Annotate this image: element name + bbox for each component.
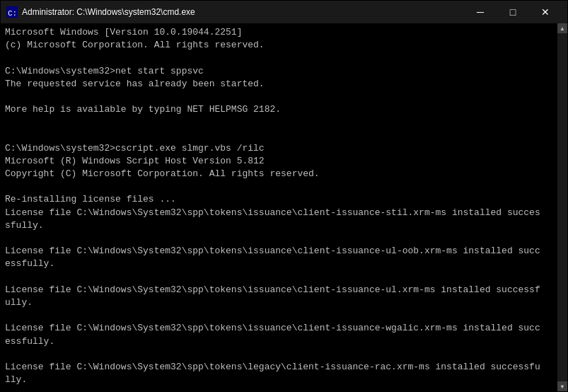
- maximize-button[interactable]: □: [497, 1, 529, 23]
- minimize-button[interactable]: ─: [464, 1, 497, 23]
- scroll-up-arrow[interactable]: ▲: [557, 23, 567, 33]
- console-scrollbar-area: Microsoft Windows [Version 10.0.19044.22…: [1, 23, 567, 391]
- window-title: Administrator: C:\Windows\system32\cmd.e…: [22, 7, 464, 17]
- cmd-icon: C:: [6, 6, 18, 18]
- svg-text:C:: C:: [8, 9, 17, 18]
- console-line: The requested service has already been s…: [5, 78, 553, 91]
- console-line: [5, 116, 553, 129]
- console-line: lly.: [5, 374, 553, 386]
- console-line: (c) Microsoft Corporation. All rights re…: [5, 39, 553, 52]
- console-line: [5, 91, 553, 103]
- console-line: License file C:\Windows\System32\spp\tok…: [5, 322, 553, 335]
- console-line: Copyright (C) Microsoft Corporation. All…: [5, 168, 553, 180]
- console-line: More help is available by typing NET HEL…: [5, 103, 553, 116]
- console-line: [5, 180, 553, 193]
- console-line: Microsoft (R) Windows Script Host Versio…: [5, 155, 553, 168]
- console-line: [5, 52, 553, 64]
- console-line: C:\Windows\system32>cscript.exe slmgr.vb…: [5, 142, 553, 155]
- console-line: essfully.: [5, 335, 553, 348]
- console-line: License file C:\Windows\System32\spp\tok…: [5, 245, 553, 258]
- console-line: License file C:\Windows\System32\spp\tok…: [5, 361, 553, 374]
- console-line: ully.: [5, 296, 553, 309]
- window-controls: ─ □ ✕: [464, 1, 562, 23]
- console-line: essfully.: [5, 258, 553, 270]
- console-line: License file C:\Windows\System32\spp\tok…: [5, 207, 553, 219]
- console-line: [5, 309, 553, 322]
- console-line: Re-installing license files ...: [5, 193, 553, 206]
- cmd-window: C: Administrator: C:\Windows\system32\cm…: [0, 0, 568, 392]
- console-line: [5, 271, 553, 284]
- console-line: [5, 386, 553, 391]
- console-output: Microsoft Windows [Version 10.0.19044.22…: [1, 23, 557, 391]
- close-button[interactable]: ✕: [529, 1, 562, 23]
- title-bar: C: Administrator: C:\Windows\system32\cm…: [1, 1, 567, 23]
- vertical-scrollbar[interactable]: ▲ ▼: [557, 23, 567, 391]
- console-line: [5, 232, 553, 245]
- console-line: C:\Windows\system32>net start sppsvc: [5, 65, 553, 78]
- scroll-track: [558, 33, 567, 381]
- console-line: [5, 129, 553, 142]
- console-line: [5, 348, 553, 361]
- scroll-down-arrow[interactable]: ▼: [557, 381, 567, 391]
- console-line: Microsoft Windows [Version 10.0.19044.22…: [5, 26, 553, 39]
- console-line: License file C:\Windows\System32\spp\tok…: [5, 284, 553, 296]
- console-line: sfully.: [5, 219, 553, 232]
